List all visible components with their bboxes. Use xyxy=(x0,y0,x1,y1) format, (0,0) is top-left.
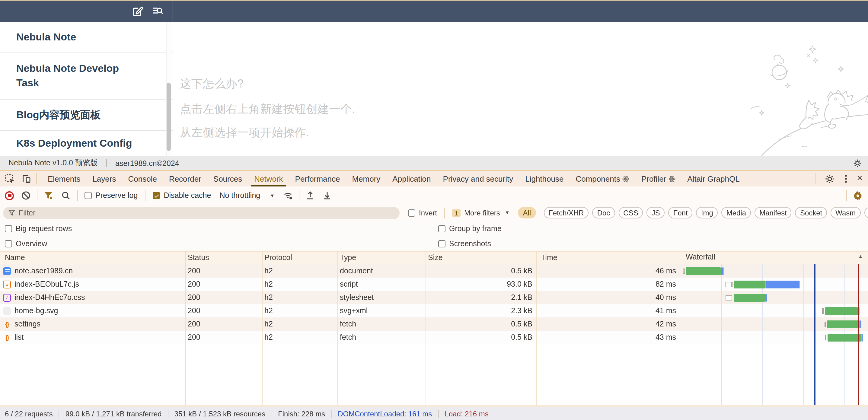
network-conditions-icon[interactable] xyxy=(283,191,293,200)
search-list-icon[interactable] xyxy=(152,5,163,17)
filter-chip-fetch-xhr[interactable]: Fetch/XHR xyxy=(544,207,589,219)
screenshots-checkbox[interactable] xyxy=(438,240,445,247)
waterfall-cell xyxy=(680,317,868,331)
disable-cache-checkbox[interactable] xyxy=(153,192,160,199)
filter-chip-font[interactable]: Font xyxy=(669,207,693,219)
tab-console[interactable]: Console xyxy=(122,171,163,187)
sidebar-item-note[interactable]: Blog内容预览面板 xyxy=(0,100,173,131)
sidebar-item-note[interactable]: Nebula Note xyxy=(0,22,173,53)
sidebar-scrollbar-thumb[interactable] xyxy=(166,83,171,151)
resources-size: 351 kB / 1,523 kB resources xyxy=(168,410,272,418)
empty-state-hint-1: 点击左侧右上角新建按钮创建一个. xyxy=(180,101,355,117)
sidebar-item-note[interactable]: Nebula Note Develop Task xyxy=(0,53,173,100)
screen: Nebula Note Nebula Note Develop Task Blo… xyxy=(0,0,868,420)
record-network-log-button[interactable] xyxy=(5,191,14,200)
tab-privacy-and-security[interactable]: Privacy and security xyxy=(437,171,519,187)
network-settings-gear-icon[interactable] xyxy=(853,191,863,200)
load-time: Load: 216 ms xyxy=(438,410,494,418)
table-row[interactable]: ‹›index-BEObuL7c.js 200 h2 script 93.0 k… xyxy=(0,278,868,291)
filter-chip-css[interactable]: CSS xyxy=(618,207,643,219)
column-header-status[interactable]: Status xyxy=(185,253,262,262)
invert-filter-checkbox[interactable] xyxy=(408,209,415,216)
stylesheet-icon: / xyxy=(3,294,11,301)
more-filters-dropdown-arrow-icon[interactable]: ▼ xyxy=(505,210,510,216)
devtools-close-icon[interactable]: × xyxy=(853,172,868,185)
table-body: note.aser1989.cn 200 h2 document 0.5 kB … xyxy=(0,264,868,344)
waterfall-bar-blue xyxy=(861,333,863,341)
app-settings-gear-icon[interactable] xyxy=(853,159,862,168)
table-row[interactable]: {}settings 200 h2 fetch 0.5 kB 42 ms xyxy=(0,317,868,331)
overview-checkbox[interactable] xyxy=(5,240,12,247)
devtools-tab-bar: Elements Layers Console Recorder Sources… xyxy=(0,170,868,187)
table-row[interactable]: note.aser1989.cn 200 h2 document 0.5 kB … xyxy=(0,264,868,278)
tab-profiler[interactable]: Profiler xyxy=(635,171,681,187)
filter-chip-media[interactable]: Media xyxy=(722,207,751,219)
device-toolbar-icon[interactable] xyxy=(21,173,31,184)
column-header-name[interactable]: Name xyxy=(0,253,185,262)
table-header-row: Name Status Protocol Type Size Time Wate… xyxy=(0,251,868,264)
filter-chip-all[interactable]: All xyxy=(518,207,536,219)
toolbar-divider xyxy=(846,190,847,201)
import-har-icon[interactable] xyxy=(305,191,315,200)
new-note-icon[interactable] xyxy=(132,5,144,17)
filter-chip-js[interactable]: JS xyxy=(647,207,665,219)
tab-elements[interactable]: Elements xyxy=(42,171,86,187)
export-har-icon[interactable] xyxy=(322,191,332,200)
search-network-icon[interactable] xyxy=(61,191,71,200)
domcontentloaded-time: DOMContentLoaded: 161 ms xyxy=(332,410,438,418)
group-by-frame-checkbox[interactable] xyxy=(438,225,445,232)
column-header-size[interactable]: Size xyxy=(426,253,536,262)
tab-altair-graphql[interactable]: Altair GraphQL xyxy=(681,171,745,187)
waterfall-cell xyxy=(680,331,868,344)
filter-chip-doc[interactable]: Doc xyxy=(592,207,615,219)
tab-components[interactable]: Components xyxy=(569,171,635,187)
devtools-kebab-menu-icon[interactable] xyxy=(840,173,851,184)
table-row[interactable]: {}list 200 h2 fetch 0.5 kB 43 ms xyxy=(0,331,868,344)
column-header-time[interactable]: Time xyxy=(536,253,680,262)
table-row[interactable]: home-bg.svg 200 h2 svg+xml 2.3 kB 41 ms xyxy=(0,304,868,317)
throttling-dropdown-arrow-icon[interactable]: ▼ xyxy=(270,193,275,198)
filter-icon-active[interactable] xyxy=(43,191,53,200)
tab-lighthouse[interactable]: Lighthouse xyxy=(519,171,569,187)
devtools-settings-gear-icon[interactable] xyxy=(824,173,835,184)
devtools-panel: Elements Layers Console Recorder Sources… xyxy=(0,170,868,420)
big-request-rows-checkbox[interactable] xyxy=(5,225,12,232)
empty-state-title: 这下怎么办? xyxy=(180,76,244,92)
tab-network[interactable]: Network xyxy=(248,171,289,187)
sidebar-item-note[interactable]: K8s Deployment Config xyxy=(0,131,173,156)
tab-recorder[interactable]: Recorder xyxy=(163,171,207,187)
waterfall-bar-stub xyxy=(732,282,734,287)
toolbar-divider xyxy=(37,190,37,201)
column-header-waterfall[interactable]: Waterfall ▲ xyxy=(680,251,868,264)
column-header-type[interactable]: Type xyxy=(337,253,426,262)
network-toolbar: Preserve log Disable cache No throttling… xyxy=(0,187,868,204)
tab-sources[interactable]: Sources xyxy=(207,171,248,187)
filter-chip-socket[interactable]: Socket xyxy=(795,207,827,219)
filter-input[interactable]: Filter xyxy=(3,207,400,219)
throttling-select-value[interactable]: No throttling xyxy=(219,191,260,200)
column-header-protocol[interactable]: Protocol xyxy=(262,253,337,262)
waterfall-cell xyxy=(680,264,868,278)
app-top-bar xyxy=(0,0,868,22)
filter-chip-other[interactable]: Other xyxy=(864,207,868,219)
filter-divider xyxy=(539,207,540,218)
table-row[interactable]: /index-D4HhEc7o.css 200 h2 stylesheet 2.… xyxy=(0,291,868,304)
inspect-element-icon[interactable] xyxy=(5,173,15,184)
filter-chip-img[interactable]: Img xyxy=(696,207,718,219)
waterfall-bar-green xyxy=(734,280,765,288)
waterfall-bar-hollow xyxy=(725,282,732,287)
invert-filter-label: Invert xyxy=(419,208,437,217)
tab-memory[interactable]: Memory xyxy=(346,171,386,187)
more-filters-label[interactable]: More filters xyxy=(464,208,500,217)
tab-application[interactable]: Application xyxy=(386,171,437,187)
network-summary-bar: 6 / 22 requests 99.0 kB / 1,271 kB trans… xyxy=(0,407,868,420)
note-sidebar: Nebula Note Nebula Note Develop Task Blo… xyxy=(0,22,173,156)
waterfall-bar-green xyxy=(734,294,765,301)
tab-performance[interactable]: Performance xyxy=(289,171,346,187)
tab-layers[interactable]: Layers xyxy=(86,171,122,187)
active-filters-count-badge: 1 xyxy=(452,208,461,217)
filter-chip-manifest[interactable]: Manifest xyxy=(754,207,792,219)
filter-chip-wasm[interactable]: Wasm xyxy=(831,207,861,219)
clear-network-log-icon[interactable] xyxy=(21,191,31,200)
preserve-log-checkbox[interactable] xyxy=(85,192,92,199)
